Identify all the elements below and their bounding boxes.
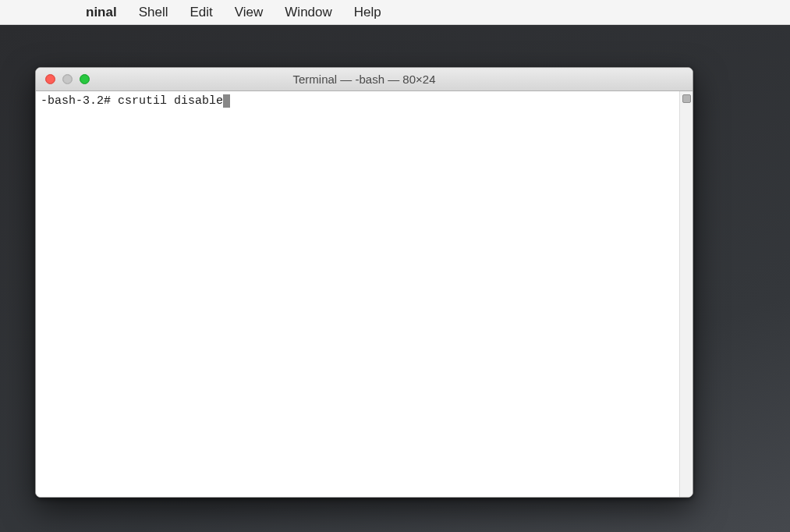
terminal-command: csrutil disable — [118, 94, 223, 108]
menu-shell[interactable]: Shell — [139, 5, 168, 20]
close-icon[interactable] — [45, 74, 55, 84]
system-menubar: ninal Shell Edit View Window Help — [0, 0, 790, 25]
menu-window[interactable]: Window — [285, 5, 331, 20]
vertical-scrollbar[interactable] — [679, 91, 693, 497]
text-cursor-icon — [223, 94, 230, 108]
terminal-prompt: -bash-3.2# — [41, 94, 118, 108]
zoom-icon[interactable] — [80, 74, 90, 84]
minimize-icon[interactable] — [62, 74, 73, 84]
terminal-body: -bash-3.2# csrutil disable — [36, 91, 693, 497]
menubar-app-name[interactable]: ninal — [86, 5, 117, 20]
menu-view[interactable]: View — [235, 5, 264, 20]
window-title: Terminal — -bash — 80×24 — [36, 73, 693, 86]
terminal-content[interactable]: -bash-3.2# csrutil disable — [36, 91, 679, 497]
terminal-window[interactable]: Terminal — -bash — 80×24 -bash-3.2# csru… — [35, 67, 693, 498]
desktop-background: Terminal — -bash — 80×24 -bash-3.2# csru… — [0, 25, 790, 532]
menu-edit[interactable]: Edit — [190, 5, 212, 20]
scrollbar-thumb[interactable] — [682, 94, 691, 103]
traffic-lights — [36, 74, 90, 84]
menu-help[interactable]: Help — [354, 5, 381, 20]
window-titlebar[interactable]: Terminal — -bash — 80×24 — [36, 68, 693, 91]
